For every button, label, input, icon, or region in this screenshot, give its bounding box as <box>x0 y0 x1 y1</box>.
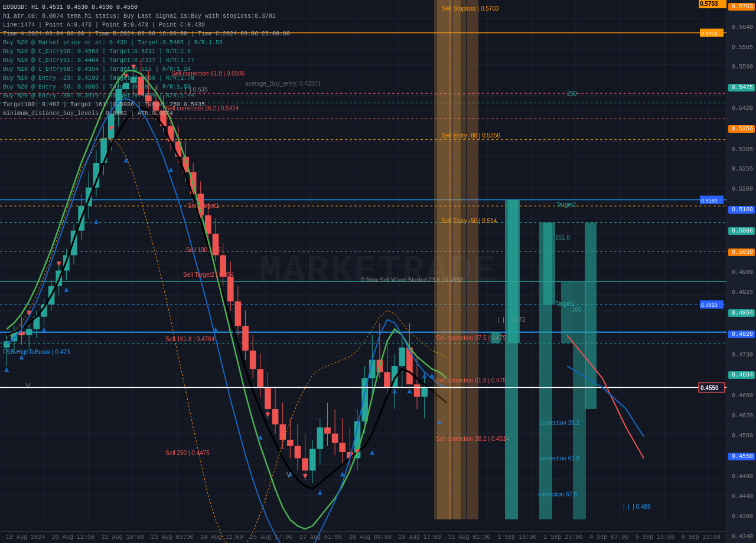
price-level-sell50: 0.5030 <box>728 248 755 256</box>
price-level-17: 0.4390 <box>728 513 755 520</box>
price-level-250: 0.5475 <box>728 84 755 91</box>
time-label-5: 24 Aug 11:00 <box>200 534 243 541</box>
time-axis: 18 Aug 2024 20 Aug 11:00 21 Aug 19:00 23… <box>0 531 726 543</box>
price-level-9: 0.4925 <box>728 289 755 296</box>
time-label-8: 28 Aug 09:00 <box>349 534 392 541</box>
price-level-blue1: 0.5160 <box>728 206 755 214</box>
time-label-3: 21 Aug 19:00 <box>102 534 144 541</box>
price-level-18: 0.4340 <box>728 534 755 540</box>
chart-container: MARKETRADE EOSUSD: H1 0.4531 0.4530 0.45… <box>0 0 756 543</box>
price-level-16: 0.4440 <box>728 493 755 500</box>
time-label-2: 20 Aug 11:00 <box>52 534 94 541</box>
time-label-12: 2 Sep 23:00 <box>543 534 582 541</box>
price-axis: 0.5703 0.5640 0.5585 0.5530 0.5475 0.542… <box>726 0 756 543</box>
time-label-13: 4 Sep 07:00 <box>589 534 628 541</box>
time-label-11: 1 Sep 15:00 <box>497 534 536 541</box>
price-level-6: 0.5255 <box>728 166 755 172</box>
time-label-4: 23 Aug 03:00 <box>151 534 194 541</box>
price-level-15: 0.4490 <box>728 473 755 480</box>
price-level-2: 0.5585 <box>728 44 755 51</box>
time-label-15: 6 Sep 23:00 <box>682 534 721 541</box>
price-level-8: 0.4980 <box>728 269 755 276</box>
price-level-5: 0.5305 <box>728 146 755 153</box>
price-level-stoploss: 0.5703 <box>728 3 755 11</box>
price-level-10: 0.4730 <box>728 352 755 358</box>
price-level-1: 0.5640 <box>728 24 755 31</box>
price-chart <box>0 0 726 543</box>
price-level-sell88: 0.5356 <box>728 125 755 133</box>
price-level-11: 0.4694 <box>728 371 755 379</box>
time-label-10: 31 Aug 01:00 <box>448 534 491 541</box>
price-level-12: 0.4660 <box>728 392 755 399</box>
price-level-13: 0.4620 <box>728 413 755 419</box>
price-level-161: 0.5086 <box>728 227 755 235</box>
time-label-6: 25 Aug 17:00 <box>250 534 292 541</box>
price-level-14: 0.4590 <box>728 433 755 439</box>
time-label-14: 5 Sep 15:00 <box>636 534 674 541</box>
price-level-4: 0.5420 <box>728 105 755 112</box>
price-level-blue2: 0.4820 <box>728 331 755 338</box>
price-level-7: 0.5200 <box>728 186 755 192</box>
price-level-3: 0.5530 <box>728 64 755 70</box>
price-level-target1: 0.4894 <box>728 309 755 317</box>
time-label-1: 18 Aug 2024 <box>6 534 45 541</box>
time-label-9: 29 Aug 17:00 <box>399 534 441 541</box>
time-label-7: 27 Aug 01:00 <box>299 534 342 541</box>
price-level-current: 0.4550 <box>728 453 755 460</box>
